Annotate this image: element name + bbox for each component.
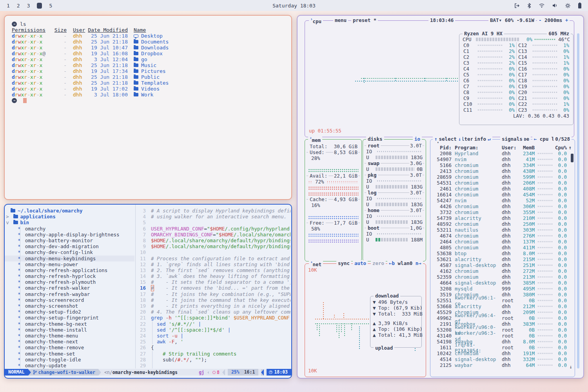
process-row[interactable]: 2008Hyprlanddhh234M0.0 <box>434 151 572 156</box>
proc-scrollbar-thumb[interactable] <box>571 154 573 162</box>
net-auto-toggle[interactable]: auto <box>353 260 368 266</box>
tree-item[interactable]: * omarchy-screenshot <box>5 303 134 309</box>
code-line: 8$HOME/.local/share/omarchy/default/hypr… <box>136 238 290 243</box>
process-row[interactable]: 53668alacrittydhh212M0.0 <box>434 303 572 309</box>
position-segment: 25% 16:1 <box>228 369 258 376</box>
process-row[interactable]: 5166chromiumdhh334M0.0 <box>434 162 572 168</box>
process-row[interactable]: 54739alacrittydhh210M0.0 <box>434 215 572 221</box>
process-row[interactable]: 54531chromiumdhh206M0.0 <box>434 180 572 186</box>
process-row[interactable]: 2413chromiumdhh438M0.0 <box>434 168 572 174</box>
volume-icon[interactable] <box>552 3 558 8</box>
tree-item[interactable]: * omarchy-theme-remove <box>5 345 134 350</box>
process-row[interactable]: 54907nvimdhh41M0.0 <box>434 156 572 162</box>
process-row[interactable]: 52359chromiumdhh213M0.0 <box>434 274 572 280</box>
mem-stat-row: Total:30,6 GiB <box>308 143 358 149</box>
process-table-header[interactable]: Pid: Program: User: MemB Cpu% ↑ <box>430 145 575 151</box>
tree-item[interactable]: * omarchy-theme-next <box>5 339 134 345</box>
menu-button[interactable]: menu <box>333 17 348 23</box>
tree-item[interactable]: * omarchy-setup-fido2 <box>5 309 134 315</box>
process-row[interactable]: 49962kworker/u96:4-gfroot0B0.0 <box>434 315 572 321</box>
system-monitor-window[interactable]: ¹cpu menu preset * 18:03:46 BAT▾ 60% -9.… <box>297 15 584 379</box>
tree-item[interactable]: * omarchy-theme-menu <box>5 333 134 339</box>
process-row[interactable]: 2461chromiumdhh408M0.0 <box>434 186 572 192</box>
process-row[interactable]: 48592chromiumdhh250M0.0 <box>434 221 572 227</box>
process-row[interactable]: 10242chromiumdhh191M0.0 <box>434 350 572 356</box>
process-row[interactable]: 4674chromiumdhh276M0.0 <box>434 233 572 239</box>
tree-item[interactable]: > applications <box>5 214 134 220</box>
code-line: 12# 1. `grep` finds all lines starting w… <box>136 261 290 267</box>
tree-item[interactable]: * omarchy-apple-display-brightness <box>5 232 134 238</box>
tree-item[interactable]: * omarchy-setup-fingerprint <box>5 315 134 321</box>
tree-item[interactable]: * omarchy-theme-bg-next <box>5 321 134 327</box>
process-row[interactable]: 4426chromiumdhh306M0.0 <box>434 203 572 209</box>
process-row[interactable]: 4664signal-desktopdhh385M0.0 <box>434 280 572 286</box>
editor-window[interactable]: ~/.local/share/omarchy> applicationsv bi… <box>4 204 292 379</box>
process-row[interactable]: 1611irq/81-PIXA3854:root0B0.0 <box>434 345 572 350</box>
tree-item[interactable]: * omarchy-refresh-hyprlock <box>5 273 134 279</box>
tab-io[interactable]: io <box>413 136 422 142</box>
net-interface-switcher[interactable]: ←b wlan0 n→ <box>387 260 423 266</box>
file-tree[interactable]: ~/.local/share/omarchy> applicationsv bi… <box>5 208 134 368</box>
tree-item[interactable]: v bin <box>5 220 134 225</box>
net-download-spike <box>334 315 335 319</box>
process-row[interactable]: 53638btopdhh8.0M0.0 <box>434 250 572 256</box>
tree-item[interactable]: * omarchy-toggle-idle <box>5 357 134 363</box>
powerline-separator <box>222 369 225 376</box>
tab-disks[interactable]: disks <box>366 136 384 142</box>
tree-item[interactable]: * omarchy-dev-config-link <box>5 249 134 255</box>
tree-item[interactable]: * omarchy-menu-keybindings <box>5 256 134 261</box>
process-row[interactable]: 4805chromiumdhh411M0.0 <box>434 245 572 250</box>
tab-cpu[interactable]: ¹cpu <box>309 17 323 24</box>
tree-item[interactable]: * omarchy-theme-install <box>5 327 134 333</box>
window-scrollbar[interactable] <box>577 33 579 368</box>
tree-item[interactable]: * omarchy-refresh-plymouth <box>5 279 134 285</box>
tree-item[interactable]: * omarchy-refresh-waybar <box>5 291 134 297</box>
process-row[interactable]: 3732chromiumdhh355M0.0 <box>434 209 572 215</box>
tab-net[interactable]: ⁴net <box>309 260 323 267</box>
process-row[interactable]: 2125waybardhh64M0.0 <box>434 362 572 368</box>
tree-item[interactable]: * omarchy-update <box>5 363 134 368</box>
code-line: 6USER_HYPRLAND_CONF="$HOME/.config/hypr/… <box>136 226 290 232</box>
tree-item[interactable]: * omarchy <box>5 226 134 232</box>
terminal-cursor <box>23 98 27 103</box>
process-row[interactable]: 43140kworker/u96:3-sdroot0B0.0 <box>434 333 572 339</box>
process-row[interactable]: 2464chromiumdhh137M0.0 <box>434 239 572 245</box>
tab-mem[interactable]: ²mem <box>308 136 322 143</box>
process-row[interactable]: 52551kworker/u96:1-coroot0B0.0 <box>434 298 572 303</box>
code-buffer[interactable]: 3# A script to display Hyprland keybindi… <box>136 208 290 368</box>
disks-panel: disks io root3.0TIOU183Gswap3.0GU0Bpkg3.… <box>363 139 426 261</box>
tree-item[interactable]: * omarchy-screenrecord <box>5 297 134 303</box>
process-row[interactable]: 16614chromiumdhh454M0.0 <box>434 192 572 198</box>
refresh-interval[interactable]: - 2000ms + <box>537 17 570 23</box>
logout-icon[interactable] <box>514 3 520 9</box>
process-row[interactable]: 54247nvimdhh52M0.0 <box>434 198 572 203</box>
wifi-icon[interactable] <box>539 3 545 8</box>
tree-item[interactable]: * omarchy-battery-monitor <box>5 238 134 243</box>
mem-gap-row <box>308 161 358 167</box>
tree-item[interactable]: * omarchy-refresh-applications <box>5 267 134 273</box>
tree-item[interactable]: * omarchy-theme-set <box>5 351 134 357</box>
proc-scroll-down-icon[interactable]: ↓ <box>569 364 572 370</box>
tree-item[interactable]: * omarchy-refresh-walker <box>5 285 134 291</box>
net-sync-toggle[interactable]: sync <box>336 260 351 266</box>
process-row[interactable]: 3208mysqld999495M0.0 <box>434 286 572 292</box>
process-row[interactable]: 53211nautilusdhh303M0.0 <box>434 227 572 233</box>
process-row[interactable]: 4162chromiumdhh272M0.0 <box>434 268 572 274</box>
tree-item[interactable]: * omarchy-dev-add-migration <box>5 243 134 249</box>
bluetooth-icon[interactable] <box>527 3 532 9</box>
process-row[interactable]: 4514signal-desktopdhh332M0.0 <box>434 356 572 362</box>
disk-io-row: IO <box>366 231 423 237</box>
battery-icon[interactable] <box>578 2 582 9</box>
cpu-core-row: C100% <box>462 101 516 107</box>
tree-item[interactable]: * omarchy-menu-power <box>5 261 134 267</box>
preset-button[interactable]: preset * <box>351 17 378 23</box>
terminal-window[interactable]: → ls PermissionsSizeUserDate ModifiedNam… <box>4 15 292 200</box>
process-row[interactable]: 53621alacrittydhh215M0.0 <box>434 256 572 262</box>
process-row[interactable]: 28659chromiumdhh599M0.0 <box>434 174 572 180</box>
net-zero-toggle[interactable]: zero <box>371 260 386 266</box>
tree-item[interactable]: ~/.local/share/omarchy <box>5 208 134 214</box>
process-row[interactable]: 4587signal-desktopdhh251M0.0 <box>434 262 572 268</box>
mem-pct-row: 28% <box>308 155 358 161</box>
settings-gear-icon[interactable] <box>565 3 571 9</box>
mem-graph-row <box>308 232 358 238</box>
